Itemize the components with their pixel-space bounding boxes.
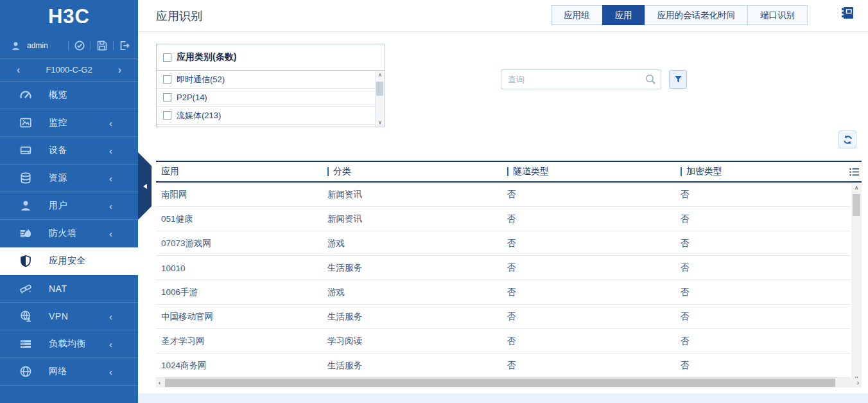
commit-check-icon[interactable] (74, 40, 85, 51)
sidebar-item-resources[interactable]: 资源 ‹ (0, 165, 138, 192)
sidebar-item-label: 应用安全 (49, 255, 86, 267)
sidebar-item-load-balance[interactable]: 负载均衡 ‹ (0, 330, 138, 358)
user-avatar-icon (10, 40, 21, 51)
category-scrollbar[interactable]: ∧ ∨ (375, 71, 385, 127)
scroll-up-icon[interactable]: ∧ (855, 184, 859, 191)
scroll-right-icon[interactable]: › (857, 380, 859, 386)
load-balancer-icon (19, 337, 32, 350)
category-checkbox[interactable] (163, 93, 171, 102)
chevron-left-icon: ‹ (109, 145, 112, 156)
cell-tunnel-type: 否 (507, 213, 516, 225)
funnel-icon (673, 75, 683, 84)
scroll-thumb[interactable] (376, 82, 383, 96)
table-row[interactable]: 圣才学习网 学习阅读 否 否 (156, 329, 850, 354)
category-list: 即时通信(52) P2P(14) 流媒体(213) E-Mail(19) (156, 71, 385, 127)
device-icon (19, 144, 32, 157)
refresh-button[interactable] (838, 130, 856, 148)
cell-application: 10010 (161, 263, 186, 273)
tab-port-recognition[interactable]: 端口识别 (747, 5, 808, 25)
table-row[interactable]: 10010 生活服务 否 否 (156, 256, 850, 280)
search-icon[interactable] (645, 73, 657, 85)
cell-category: 学习阅读 (327, 336, 362, 347)
column-divider (327, 167, 329, 176)
category-item[interactable]: 流媒体(213) (157, 107, 385, 125)
scroll-thumb[interactable] (853, 194, 860, 216)
tab-session-aging[interactable]: 应用的会话老化时间 (645, 5, 749, 25)
table-row[interactable]: 南阳网 新闻资讯 否 否 (156, 183, 850, 207)
sidebar-item-label: NAT (49, 283, 67, 294)
sidebar-item-label: 用户 (49, 200, 67, 211)
category-checkbox[interactable] (163, 75, 171, 84)
tab-app[interactable]: 应用 (602, 5, 645, 25)
sidebar-item-label: 概览 (49, 89, 67, 101)
category-label: 流媒体(213) (177, 110, 221, 121)
cell-encryption-type: 否 (681, 311, 690, 323)
cell-tunnel-type: 否 (507, 360, 516, 372)
column-label: 隧道类型 (513, 166, 549, 177)
column-divider (681, 167, 682, 176)
vpn-icon (19, 310, 32, 323)
column-header[interactable]: 隧道类型 (507, 162, 549, 181)
save-icon[interactable] (96, 40, 108, 51)
sidebar-item-label: VPN (49, 311, 68, 321)
cell-application: 051健康 (161, 213, 193, 225)
network-icon (19, 365, 32, 378)
scroll-up-icon[interactable]: ∧ (378, 72, 382, 78)
sidebar-item-device[interactable]: 设备 ‹ (0, 137, 138, 165)
sidebar-item-label: 设备 (49, 145, 67, 156)
scroll-left-icon[interactable]: ‹ (159, 380, 161, 386)
cell-tunnel-type: 否 (507, 189, 516, 201)
sidebar-item-app-security[interactable]: 应用安全 ‹ (0, 247, 138, 275)
scroll-thumb[interactable] (165, 379, 835, 387)
column-header[interactable]: 应用 (161, 162, 179, 181)
table-row[interactable]: 1006手游 游戏 否 否 (156, 280, 850, 305)
sidebar-item-vpn[interactable]: VPN ‹ (0, 303, 138, 330)
column-header[interactable]: 分类 (327, 162, 351, 181)
cell-application: 中国移动官网 (161, 311, 213, 323)
device-prev-icon[interactable]: ‹ (17, 64, 20, 76)
category-item[interactable]: 即时通信(52) (157, 71, 385, 89)
cell-tunnel-type: 否 (507, 262, 516, 274)
filter-button[interactable] (669, 70, 687, 89)
category-item[interactable]: E-Mail(19) (157, 125, 385, 127)
cell-tunnel-type: 否 (507, 311, 516, 323)
table-row[interactable]: 中国移动官网 生活服务 否 否 (156, 305, 850, 329)
table-row[interactable]: 1024商务网 生活服务 否 否 (156, 354, 850, 378)
cell-category: 游戏 (327, 287, 345, 298)
notebook-log-icon[interactable] (840, 5, 855, 21)
table-vertical-scrollbar[interactable]: ∧ ∨ (851, 183, 862, 383)
sidebar-item-users[interactable]: 用户 ‹ (0, 192, 138, 220)
category-label: P2P(14) (177, 93, 207, 102)
sidebar-item-label: 防火墙 (49, 228, 77, 239)
chevron-left-icon: ‹ (109, 173, 112, 184)
sidebar-item-nat[interactable]: NAT ‹ (0, 275, 138, 303)
tab-app-group[interactable]: 应用组 (551, 5, 603, 25)
column-settings-icon[interactable] (849, 166, 860, 177)
divider (138, 31, 868, 32)
nat-icon (19, 282, 32, 295)
device-next-icon[interactable]: › (118, 64, 121, 76)
select-all-checkbox[interactable] (163, 53, 171, 62)
category-checkbox[interactable] (163, 111, 171, 120)
table-row[interactable]: 051健康 新闻资讯 否 否 (156, 207, 850, 231)
sidebar-item-network[interactable]: 网络 ‹ (0, 358, 138, 386)
gauge-icon (19, 89, 32, 102)
main-content: 应用识别 应用组 应用 应用的会话老化时间 端口识别 应用类别(条数) 即时通信… (138, 0, 868, 393)
column-header[interactable]: 加密类型 (681, 162, 722, 181)
scroll-down-icon[interactable]: ∨ (378, 120, 382, 126)
cell-application: 1006手游 (161, 287, 198, 298)
cell-application: 1024商务网 (161, 360, 207, 372)
search-input[interactable] (501, 70, 639, 89)
cell-category: 新闻资讯 (327, 213, 362, 225)
category-item[interactable]: P2P(14) (157, 89, 385, 107)
resources-icon (19, 172, 32, 184)
sidebar-item-monitor[interactable]: 监控 ‹ (0, 109, 138, 137)
sidebar-item-overview[interactable]: 概览 ‹ (0, 82, 138, 109)
table-row[interactable]: 07073游戏网 游戏 否 否 (156, 231, 850, 256)
logout-icon[interactable] (119, 40, 130, 51)
device-switcher: ‹ F1000-C-G2 › (0, 58, 138, 81)
refresh-icon (842, 134, 853, 145)
table-horizontal-scrollbar[interactable]: ‹ › (156, 378, 862, 388)
sidebar-item-firewall[interactable]: 防火墙 ‹ (0, 220, 138, 247)
cell-tunnel-type: 否 (507, 336, 516, 347)
